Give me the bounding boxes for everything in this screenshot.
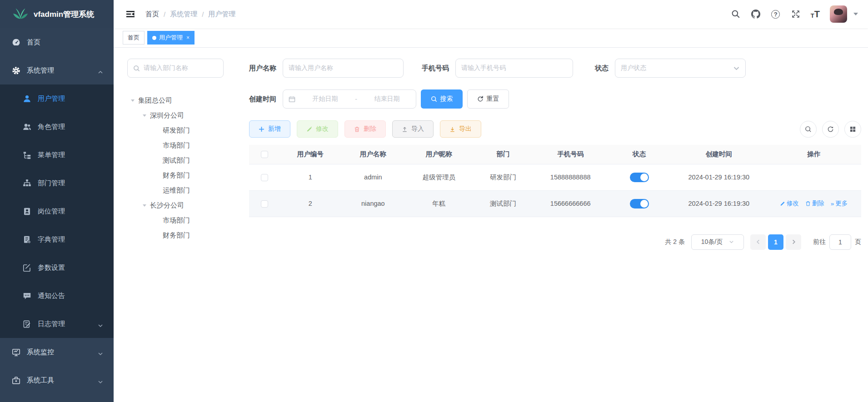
chevron-down-icon xyxy=(98,350,103,354)
cell-created: 2024-01-29 16:19:30 xyxy=(671,164,766,190)
tab-user-mgmt[interactable]: 用户管理 × xyxy=(147,31,195,45)
breadcrumb-home[interactable]: 首页 xyxy=(145,10,159,19)
add-button[interactable]: 新增 xyxy=(249,120,290,138)
page-suffix: 页 xyxy=(855,238,861,246)
row-checkbox[interactable] xyxy=(261,200,268,208)
row-checkbox[interactable] xyxy=(261,174,268,181)
trash-icon xyxy=(805,201,811,206)
goto-label: 前往 xyxy=(813,238,826,246)
sidebar-item-param-settings[interactable]: 参数设置 xyxy=(0,253,114,282)
tree-node[interactable]: 市场部门 xyxy=(127,138,224,153)
page-content: 请输入部门名称 集团总公司 深圳分公司 研发部门 市场部门 测试部门 财务部门 … xyxy=(114,48,868,250)
import-button[interactable]: 导入 xyxy=(392,120,434,138)
sidebar-item-label: 日志管理 xyxy=(38,320,65,328)
sidebar-item-notice[interactable]: 通知公告 xyxy=(0,282,114,310)
sidebar-item-log-mgmt[interactable]: 日志管理 xyxy=(0,310,114,338)
double-arrow-icon: » xyxy=(831,200,834,207)
search-button[interactable]: 搜索 xyxy=(421,89,463,109)
sidebar-item-label: 首页 xyxy=(27,38,40,47)
dictionary-icon xyxy=(23,235,31,244)
search-icon[interactable] xyxy=(731,9,741,19)
tree-node[interactable]: 测试部门 xyxy=(127,153,224,168)
cell-user-id: 2 xyxy=(279,190,341,217)
row-more-link[interactable]: » 更多 xyxy=(831,199,848,208)
tree-node[interactable]: 财务部门 xyxy=(127,168,224,183)
tree-node[interactable]: 深圳分公司 xyxy=(127,108,224,123)
tree-node[interactable]: 长沙分公司 xyxy=(127,198,224,213)
cell-created: 2024-01-29 16:19:30 xyxy=(671,190,766,217)
user-table: 用户编号 用户名称 用户昵称 部门 手机号码 状态 创建时间 操作 xyxy=(249,145,861,217)
cell-user-id: 1 xyxy=(279,164,341,190)
username-input[interactable]: 请输入用户名称 xyxy=(283,59,404,78)
active-dot-icon xyxy=(152,36,156,40)
caret-down-icon[interactable] xyxy=(143,204,146,207)
sidebar-item-user-mgmt[interactable]: 用户管理 xyxy=(0,84,114,113)
search-toggle-icon[interactable] xyxy=(800,121,817,138)
sidebar: vfadmin管理系统 首页 系统管理 用户管理 xyxy=(0,0,114,402)
columns-icon[interactable] xyxy=(844,121,861,138)
breadcrumb: 首页 / 系统管理 / 用户管理 xyxy=(145,10,235,19)
sidebar-item-home[interactable]: 首页 xyxy=(0,28,114,56)
pencil-icon xyxy=(306,126,312,132)
user-icon xyxy=(23,94,31,103)
dept-search-input[interactable]: 请输入部门名称 xyxy=(127,59,224,78)
row-edit-link[interactable]: 修改 xyxy=(780,199,799,208)
user-panel: 用户名称 请输入用户名称 手机号码 请输入手机号码 状态 xyxy=(249,59,861,250)
page-size-select[interactable]: 10条/页 xyxy=(691,234,744,250)
reset-button[interactable]: 重置 xyxy=(467,89,509,109)
status-select[interactable]: 用户状态 xyxy=(615,59,746,78)
trash-icon xyxy=(354,126,360,132)
sidebar-item-dict-mgmt[interactable]: 字典管理 xyxy=(0,225,114,253)
status-toggle[interactable] xyxy=(630,199,649,208)
export-button[interactable]: 导出 xyxy=(440,120,481,138)
current-page-button[interactable]: 1 xyxy=(768,234,783,250)
sidebar-item-dept-mgmt[interactable]: 部门管理 xyxy=(0,169,114,197)
edit-button[interactable]: 修改 xyxy=(297,120,338,138)
caret-down-icon[interactable] xyxy=(131,99,135,102)
chevron-down-icon xyxy=(98,378,103,382)
pagination: 共 2 条 10条/页 1 xyxy=(249,234,861,250)
tree-node[interactable]: 集团总公司 xyxy=(127,93,224,108)
avatar[interactable] xyxy=(830,5,847,23)
cell-nickname: 年糕 xyxy=(405,190,473,217)
sidebar-item-post-mgmt[interactable]: 岗位管理 xyxy=(0,197,114,225)
row-delete-link[interactable]: 删除 xyxy=(805,199,824,208)
tree-node[interactable]: 市场部门 xyxy=(127,213,224,228)
refresh-icon[interactable] xyxy=(822,121,839,138)
font-size-icon[interactable]: TT xyxy=(811,9,820,20)
github-icon[interactable] xyxy=(751,9,761,19)
caret-down-icon[interactable] xyxy=(143,114,146,117)
username-label: 用户名称 xyxy=(249,64,276,73)
sidebar-item-monitor[interactable]: 系统监控 xyxy=(0,338,114,366)
tree-node[interactable]: 运维部门 xyxy=(127,183,224,198)
tree-node[interactable]: 研发部门 xyxy=(127,123,224,138)
sidebar-item-system[interactable]: 系统管理 xyxy=(0,56,114,84)
tab-home[interactable]: 首页 xyxy=(123,31,145,45)
sidebar-item-role-mgmt[interactable]: 角色管理 xyxy=(0,113,114,141)
delete-button[interactable]: 删除 xyxy=(344,120,386,138)
sidebar-item-tools[interactable]: 系统工具 xyxy=(0,366,114,394)
sidebar-item-label: 系统监控 xyxy=(27,348,54,357)
edit-icon xyxy=(23,263,31,272)
caret-down-icon[interactable] xyxy=(853,13,858,15)
total-count: 共 2 条 xyxy=(665,238,685,246)
goto-page-input[interactable] xyxy=(829,234,851,250)
phone-input[interactable]: 请输入手机号码 xyxy=(455,59,573,78)
prev-page-button[interactable] xyxy=(750,234,766,250)
fullscreen-icon[interactable] xyxy=(791,9,801,19)
users-icon xyxy=(23,123,31,131)
app-logo[interactable]: vfadmin管理系统 xyxy=(0,0,114,28)
help-icon[interactable]: ? xyxy=(771,9,781,19)
date-end: 结束日期 xyxy=(364,95,410,103)
search-icon xyxy=(133,65,140,72)
sidebar-item-menu-mgmt[interactable]: 菜单管理 xyxy=(0,141,114,169)
date-range-picker[interactable]: 开始日期 - 结束日期 xyxy=(283,89,416,109)
sidebar-item-label: 系统管理 xyxy=(27,66,54,75)
close-icon[interactable]: × xyxy=(186,35,190,41)
created-label: 创建时间 xyxy=(249,95,276,104)
next-page-button[interactable] xyxy=(786,234,801,250)
tree-node[interactable]: 财务部门 xyxy=(127,228,224,243)
sidebar-fold-icon[interactable] xyxy=(125,9,135,19)
select-all-checkbox[interactable] xyxy=(261,151,268,158)
status-toggle[interactable] xyxy=(630,173,649,182)
